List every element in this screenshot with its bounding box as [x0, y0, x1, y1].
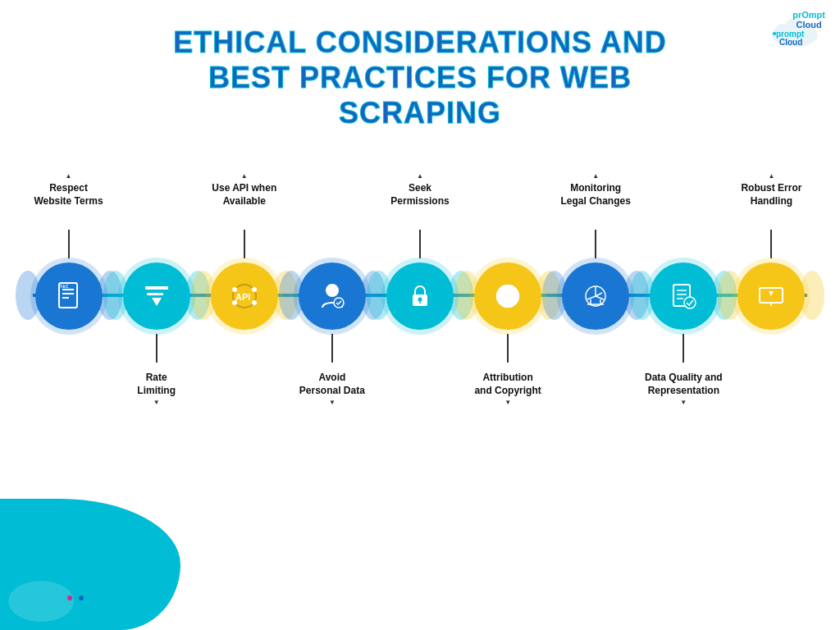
icon-api: API	[211, 262, 278, 330]
title-line2: BEST PRACTICES FOR WEB	[208, 61, 632, 94]
icon-data-quality	[650, 262, 717, 330]
dot-blue	[79, 596, 84, 600]
svg-point-26	[418, 297, 422, 301]
svg-point-40	[684, 297, 696, 308]
item-avoid-personal-data: AvoidPersonal Data	[291, 262, 373, 330]
svg-text:API: API	[235, 292, 250, 302]
logo-prompt-text: pr	[792, 10, 801, 20]
main-title-container: ETHICAL CONSIDERATIONS AND BEST PRACTICE…	[0, 0, 840, 131]
label-rate-limiting: RateLimiting	[112, 372, 202, 408]
label-seek-permissions: SeekPermissions	[375, 172, 465, 208]
label-respect-website-terms: RespectWebsite Terms	[24, 172, 114, 208]
item-seek-permissions: SeekPermissions	[379, 262, 461, 330]
icon-rate	[123, 262, 190, 330]
label-attribution: Attributionand Copyright	[463, 372, 553, 408]
page-title: ETHICAL CONSIDERATIONS AND BEST PRACTICE…	[66, 25, 774, 131]
icon-personal	[299, 262, 366, 330]
vert-line-6	[507, 334, 509, 363]
item-monitoring-legal: MonitoringLegal Changes	[555, 262, 637, 330]
vert-line-8	[682, 334, 684, 363]
svg-text:T&C: T&C	[60, 284, 69, 289]
icon-legal	[562, 262, 629, 330]
logo-text-container: prOmpt Cloud	[792, 10, 825, 30]
item-rate-limiting: RateLimiting	[116, 262, 198, 330]
item-data-quality: Data Quality andRepresentation	[642, 262, 724, 330]
svg-point-7	[773, 32, 776, 35]
icon-respect: T&C	[35, 262, 103, 330]
label-use-api: Use API whenAvailable	[199, 172, 290, 208]
svg-text:Cloud: Cloud	[779, 38, 802, 47]
icon-error	[737, 262, 805, 330]
svg-point-19	[232, 287, 237, 292]
vert-line-2	[156, 334, 158, 363]
icon-permissions	[386, 262, 454, 330]
item-respect-website-terms: RespectWebsite Terms T&C	[28, 262, 110, 330]
vert-line-3	[244, 230, 245, 258]
item-attribution-copyright: Attributionand Copyright ©	[467, 262, 549, 330]
svg-point-23	[326, 285, 338, 296]
icons-row: RespectWebsite Terms T&C RateLim	[0, 262, 840, 330]
svg-marker-15	[152, 298, 162, 306]
svg-rect-14	[147, 293, 163, 295]
vert-line-1	[68, 230, 70, 258]
vert-line-7	[595, 230, 596, 258]
svg-point-21	[232, 300, 237, 305]
svg-point-16	[155, 290, 158, 293]
logo-ompt-text: Ompt	[801, 10, 825, 20]
label-avoid-personal: AvoidPersonal Data	[287, 372, 377, 408]
vert-line-5	[419, 230, 421, 258]
vert-line-9	[770, 230, 772, 258]
logo-text: prOmpt Cloud	[792, 10, 825, 30]
title-line1: ETHICAL CONSIDERATIONS AND	[173, 25, 666, 59]
title-line3: SCRAPING	[339, 96, 501, 130]
label-robust-error: Robust ErrorHandling	[726, 172, 816, 208]
icon-copyright: ©	[474, 262, 541, 330]
dot-decoration	[66, 591, 85, 605]
item-robust-error: Robust ErrorHandling	[730, 262, 812, 330]
vert-line-4	[331, 334, 333, 363]
decorative-blob	[0, 499, 180, 630]
item-use-api: Use API whenAvailable API	[203, 262, 285, 330]
label-data-quality: Data Quality andRepresentation	[638, 372, 728, 408]
svg-line-32	[596, 293, 602, 296]
svg-text:©: ©	[502, 290, 512, 304]
svg-rect-13	[145, 286, 168, 290]
logo-cloud-text: Cloud	[797, 20, 822, 30]
label-monitoring-legal: MonitoringLegal Changes	[550, 172, 641, 208]
timeline-container: RespectWebsite Terms T&C RateLim	[0, 156, 840, 435]
svg-point-20	[252, 287, 257, 292]
dot-pink	[67, 596, 72, 600]
svg-point-22	[252, 300, 257, 305]
